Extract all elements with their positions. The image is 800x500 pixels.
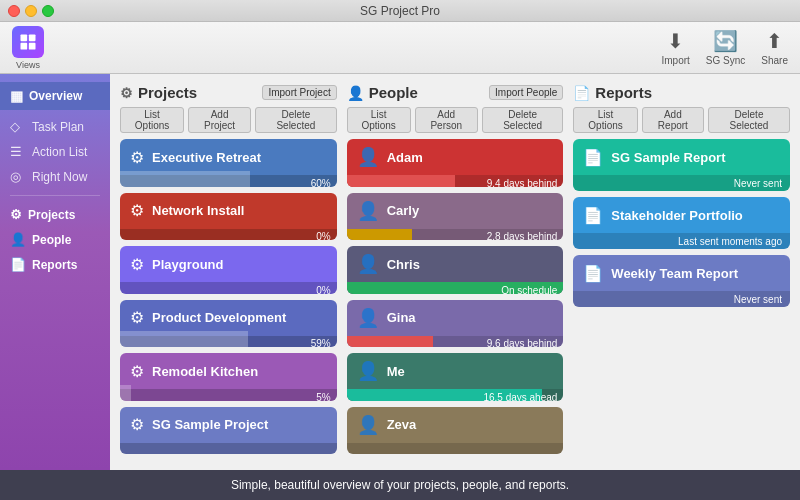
bottom-bar-text: Simple, beautiful overview of your proje… [231, 478, 569, 492]
progress-percent: 5% [316, 392, 330, 401]
report-icon: 📄 [583, 148, 603, 167]
person-card-carly[interactable]: 👤 Carly 2.8 days behind [347, 193, 564, 241]
person-status: 16.5 days ahead [483, 392, 557, 401]
progress-fill [120, 385, 131, 401]
person-name: Adam [387, 150, 423, 165]
person-card-zeva[interactable]: 👤 Zeva [347, 407, 564, 455]
project-card-network-install[interactable]: ⚙ Network Install 0% [120, 193, 337, 241]
report-status-bar: Last sent moments ago [573, 233, 790, 249]
add-report-button[interactable]: Add Report [642, 107, 704, 133]
share-label: Share [761, 55, 788, 66]
card-title: Playground [152, 257, 224, 272]
sg-sync-button[interactable]: 🔄 SG Sync [706, 29, 745, 66]
report-status-bar: Never sent [573, 175, 790, 191]
progress-percent: 0% [316, 231, 330, 240]
card-icon: ⚙ [130, 362, 144, 381]
person-name: Me [387, 364, 405, 379]
reports-column: 📄 Reports List Options Add Report Delete… [573, 84, 790, 460]
people-header: 👤 People Import People [347, 84, 564, 101]
import-project-button[interactable]: Import Project [262, 85, 336, 100]
report-icon: 📄 [583, 206, 603, 225]
projects-list-options[interactable]: List Options [120, 107, 184, 133]
task-plan-label: Task Plan [32, 120, 84, 134]
add-project-button[interactable]: Add Project [188, 107, 251, 133]
person-card-body: 👤 Chris [347, 246, 564, 282]
card-title: SG Sample Project [152, 417, 268, 432]
report-card-sg-sample[interactable]: 📄 SG Sample Report Never sent [573, 139, 790, 191]
person-card-me[interactable]: 👤 Me 16.5 days ahead [347, 353, 564, 401]
card-body: ⚙ Network Install [120, 193, 337, 229]
right-now-label: Right Now [32, 170, 87, 184]
project-card-executive-retreat[interactable]: ⚙ Executive Retreat 60% [120, 139, 337, 187]
report-card-weekly[interactable]: 📄 Weekly Team Report Never sent [573, 255, 790, 307]
person-card-chris[interactable]: 👤 Chris On schedule [347, 246, 564, 294]
import-label: Import [662, 55, 690, 66]
people-label: People [32, 233, 71, 247]
delete-selected-projects[interactable]: Delete Selected [255, 107, 337, 133]
action-list-icon: ☰ [10, 144, 26, 159]
person-card-gina[interactable]: 👤 Gina 9.6 days behind [347, 300, 564, 348]
project-card-remodel-kitchen[interactable]: ⚙ Remodel Kitchen 5% [120, 353, 337, 401]
delete-selected-reports[interactable]: Delete Selected [708, 107, 790, 133]
card-icon: ⚙ [130, 148, 144, 167]
add-person-button[interactable]: Add Person [415, 107, 478, 133]
title-bar: SG Project Pro [0, 0, 800, 22]
progress-percent: 59% [311, 338, 331, 347]
sidebar-item-right-now[interactable]: ◎ Right Now [0, 164, 110, 189]
project-card-product-development[interactable]: ⚙ Product Development 59% [120, 300, 337, 348]
import-button[interactable]: ⬇ Import [662, 29, 690, 66]
sidebar-item-reports[interactable]: 📄 Reports [0, 252, 110, 277]
reports-options-row: List Options Add Report Delete Selected [573, 107, 790, 133]
person-status-bar: 9.6 days behind [347, 336, 564, 348]
project-card-sg-sample[interactable]: ⚙ SG Sample Project [120, 407, 337, 455]
reports-title: 📄 Reports [573, 84, 652, 101]
overview-label: Overview [29, 89, 82, 103]
projects-label: Projects [28, 208, 75, 222]
report-status: Never sent [734, 294, 782, 305]
maximize-button[interactable] [42, 5, 54, 17]
projects-title-icon: ⚙ [120, 85, 133, 101]
content-area: ⚙ Projects Import Project List Options A… [110, 74, 800, 470]
views-button[interactable]: Views [12, 26, 44, 70]
card-body: ⚙ Playground [120, 246, 337, 282]
progress-bar: 60% [120, 175, 337, 187]
overview-icon: ▦ [10, 88, 23, 104]
report-status-bar: Never sent [573, 291, 790, 307]
people-list-options[interactable]: List Options [347, 107, 411, 133]
report-status: Never sent [734, 178, 782, 189]
person-card-adam[interactable]: 👤 Adam 9.4 days behind [347, 139, 564, 187]
sidebar-item-action-list[interactable]: ☰ Action List [0, 139, 110, 164]
person-status: 2.8 days behind [487, 231, 558, 240]
share-icon: ⬆ [766, 29, 783, 53]
report-card-body: 📄 Weekly Team Report [573, 255, 790, 291]
sidebar-item-projects[interactable]: ⚙ Projects [0, 202, 110, 227]
sidebar-item-people[interactable]: 👤 People [0, 227, 110, 252]
import-people-button[interactable]: Import People [489, 85, 563, 100]
person-name: Chris [387, 257, 420, 272]
bottom-bar: Simple, beautiful overview of your proje… [0, 470, 800, 500]
sg-sync-label: SG Sync [706, 55, 745, 66]
svg-rect-1 [29, 34, 36, 41]
people-column: 👤 People Import People List Options Add … [347, 84, 564, 460]
progress-percent: 0% [316, 285, 330, 294]
card-icon: ⚙ [130, 415, 144, 434]
views-icon [12, 26, 44, 58]
people-options-row: List Options Add Person Delete Selected [347, 107, 564, 133]
minimize-button[interactable] [25, 5, 37, 17]
report-card-stakeholder[interactable]: 📄 Stakeholder Portfolio Last sent moment… [573, 197, 790, 249]
person-status-bar: 2.8 days behind [347, 229, 564, 241]
status-fill [347, 336, 434, 348]
reports-list-options[interactable]: List Options [573, 107, 637, 133]
project-card-playground[interactable]: ⚙ Playground 0% [120, 246, 337, 294]
share-button[interactable]: ⬆ Share [761, 29, 788, 66]
people-actions: Import People [489, 85, 563, 100]
person-icon: 👤 [357, 253, 379, 275]
sidebar-item-task-plan[interactable]: ◇ Task Plan [0, 114, 110, 139]
sidebar-item-overview[interactable]: ▦ Overview [0, 82, 110, 110]
person-status-bar: 9.4 days behind [347, 175, 564, 187]
card-title: Executive Retreat [152, 150, 261, 165]
close-button[interactable] [8, 5, 20, 17]
delete-selected-people[interactable]: Delete Selected [482, 107, 563, 133]
person-card-body: 👤 Gina [347, 300, 564, 336]
sidebar-divider [10, 195, 100, 196]
